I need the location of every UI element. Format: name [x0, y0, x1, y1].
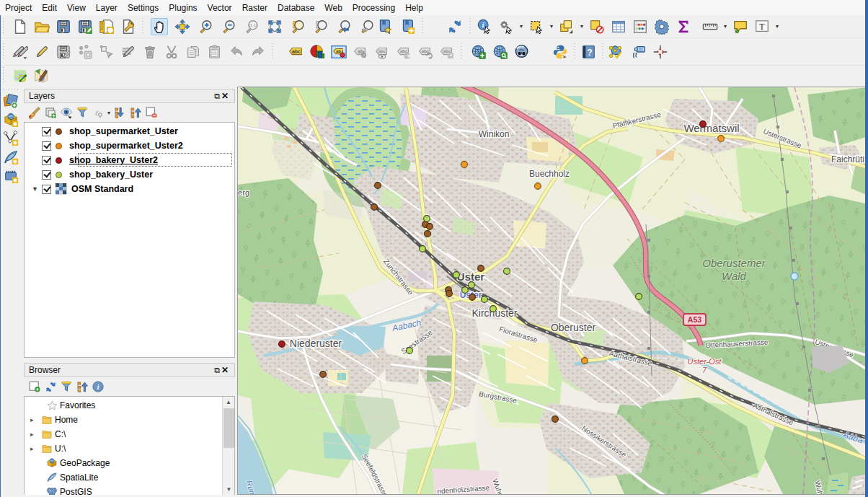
svg-text:Oberuster: Oberuster — [551, 322, 596, 333]
svg-text:Wermatswil: Wermatswil — [683, 122, 739, 134]
svg-text:(1:1): (1:1) — [249, 23, 257, 27]
svg-text:Buechholz: Buechholz — [529, 169, 570, 179]
svg-text:Uster: Uster — [457, 271, 485, 283]
svg-text:A53: A53 — [688, 315, 701, 324]
svg-text:berg: berg — [238, 188, 249, 197]
svg-text:Uster-Ost: Uster-Ost — [688, 357, 722, 366]
svg-text:ab: ab — [336, 49, 341, 53]
svg-text:7: 7 — [702, 366, 707, 374]
svg-text:abc: abc — [400, 49, 408, 53]
svg-text:Niederuster: Niederuster — [290, 338, 342, 349]
svg-text:i: i — [482, 20, 484, 28]
svg-text:abc: abc — [378, 49, 386, 53]
svg-text:?: ? — [587, 47, 592, 57]
svg-text:i: i — [97, 383, 99, 391]
svg-text:Oberustemer: Oberustemer — [702, 257, 766, 269]
svg-text:abc: abc — [292, 49, 301, 54]
svg-text:Winikon: Winikon — [479, 129, 510, 139]
svg-text:Faichrüti: Faichrüti — [831, 154, 864, 164]
svg-text:Wald: Wald — [722, 270, 747, 282]
svg-text:ε: ε — [95, 107, 99, 118]
svg-text:T: T — [759, 21, 765, 31]
